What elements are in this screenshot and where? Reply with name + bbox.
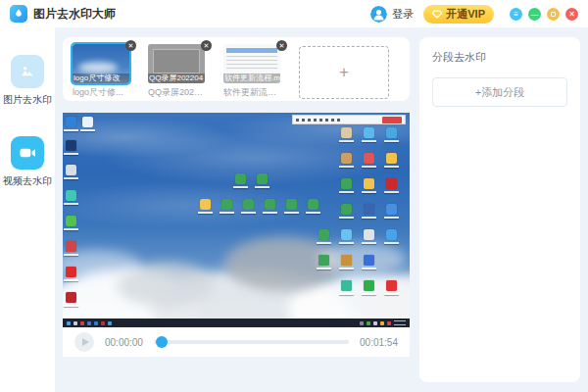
desktop-icon [386,229,397,240]
desktop-icon [386,280,397,291]
desktop-icon [66,216,76,226]
thumbnail-caption: logo尺寸修... [73,86,129,99]
add-file-button[interactable]: + [299,46,389,99]
image-icon [11,55,44,88]
thumbnail-caption: 软件更新流程... [223,86,280,99]
main-area: ✕ logo尺寸修改 logo尺寸修... ✕ QQ录屏202204 QQ录屏2… [55,27,414,392]
desktop-icon [341,153,352,164]
desktop-icon [386,204,397,215]
desktop-taskbar [63,318,410,327]
thumbnail-image: QQ录屏202204 [148,44,205,83]
desktop-icon [66,292,76,303]
close-icon[interactable]: ✕ [565,8,578,21]
thumbnail-item[interactable]: ✕ logo尺寸修改 logo尺寸修... [73,44,131,97]
taskbar-app-icon [108,321,112,325]
thumbnail-caption: QQ录屏2022... [148,86,205,99]
desktop-icon [82,117,93,127]
desktop-icon [364,153,374,164]
desktop-icon [265,199,275,210]
sidebar: 图片去水印 视频去水印 [0,27,55,392]
remove-thumbnail-icon[interactable]: ✕ [276,40,287,51]
remove-thumbnail-icon[interactable]: ✕ [201,40,212,51]
thumbnail-overlay-title: 软件更新流程.m [223,74,280,83]
taskbar-app-icon [87,321,91,325]
record-stop-button [382,117,402,123]
thumbnail-overlay-title: QQ录屏202204 [148,74,205,83]
desktop-icon [341,229,352,240]
desktop-icon [66,140,76,151]
player-bar: 00:00:00 00:01:54 [63,327,410,357]
desktop-icon [66,165,76,175]
thumbnail-item[interactable]: ✕ 软件更新流程.m 软件更新流程... [223,44,282,97]
desktop-icon [341,127,352,138]
seek-handle[interactable] [156,336,168,348]
desktop-icon [235,173,246,184]
thumbnail-overlay-title: logo尺寸修改 [73,74,129,83]
thumbnail-strip: ✕ logo尺寸修改 logo尺寸修... ✕ QQ录屏202204 QQ录屏2… [63,37,410,101]
thumbnail-image: logo尺寸修改 [73,44,129,83]
desktop-icon [318,229,329,240]
minimize-icon[interactable]: — [528,8,541,21]
recording-toolbar [292,115,406,124]
app-title: 图片去水印大师 [33,6,116,23]
vip-button[interactable]: 开通VIP [423,5,494,24]
app-logo-icon [10,5,27,23]
desktop-icon [364,127,374,138]
desktop-icon [286,199,297,210]
video-preview[interactable] [63,113,410,318]
vip-button-label: 开通VIP [446,7,485,22]
segment-panel-title: 分段去水印 [432,50,567,65]
desktop-icon [66,241,76,252]
cloud [318,243,406,274]
desktop-icon [386,127,397,138]
desktop-icon [221,199,232,210]
taskbar-tray [360,320,406,325]
video-preview-card: 00:00:00 00:01:54 [63,113,410,357]
seek-bar[interactable] [154,340,349,344]
desktop-icon [386,153,397,164]
taskbar-app-icon [101,321,105,325]
sidebar-item-video-watermark[interactable]: 视频去水印 [3,136,52,188]
maximize-box [551,12,556,17]
desktop-icon [66,267,76,277]
desktop-icon [243,199,254,210]
header: 图片去水印大师 登录 开通VIP ≡ — ✕ [0,0,588,27]
diamond-icon [432,10,442,19]
header-actions: 登录 开通VIP ≡ — ✕ [370,5,578,24]
desktop-icon [341,178,352,189]
plus-icon: + [339,63,349,82]
play-button[interactable] [74,332,94,352]
menu-icon[interactable]: ≡ [510,8,522,21]
duration: 00:01:54 [360,337,398,348]
taskbar-app-icon [94,321,98,325]
taskbar-clock [394,320,406,325]
desktop-icon [364,255,374,266]
desktop-icon [386,178,397,189]
desktop-icon [318,255,329,266]
desktop-icon [341,204,352,215]
sidebar-item-label: 图片去水印 [3,93,52,107]
taskbar-app-icon [74,321,77,325]
desktop-icon [66,190,76,201]
desktop-icon [257,173,268,184]
desktop-icon [364,204,374,215]
taskbar-app-icon [80,321,84,325]
user-avatar[interactable] [370,6,387,23]
login-button[interactable]: 登录 [392,7,414,22]
maximize-icon[interactable] [547,8,560,21]
video-camera-icon [11,136,44,170]
add-segment-button[interactable]: +添加分段 [432,77,567,107]
sidebar-item-label: 视频去水印 [3,174,52,188]
thumbnail-item[interactable]: ✕ QQ录屏202204 QQ录屏2022... [148,44,207,97]
segment-panel: 分段去水印 +添加分段 [419,37,580,382]
window-controls: ≡ — ✕ [510,8,578,21]
taskbar-app-icon [67,321,71,325]
remove-thumbnail-icon[interactable]: ✕ [125,40,136,51]
current-time: 00:00:00 [105,337,143,348]
desktop-icon [364,229,374,240]
desktop-icon [364,178,374,189]
desktop-icon [341,255,352,266]
sidebar-item-image-watermark[interactable]: 图片去水印 [3,55,52,107]
desktop-icon [308,199,318,210]
thumbnail-image: 软件更新流程.m [223,44,280,83]
